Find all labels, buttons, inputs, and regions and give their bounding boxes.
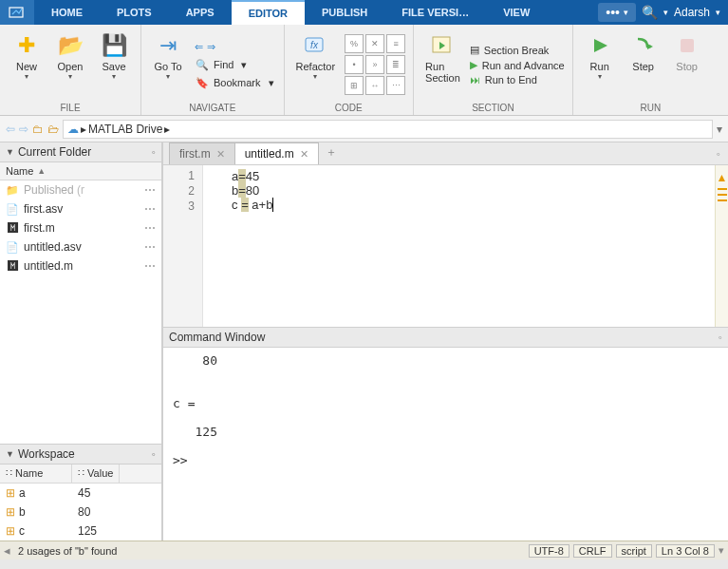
ribbon-group-code: fx Refactor▾ %✕≡ •»≣ ⊞↔⋯ CODE: [285, 25, 415, 115]
workspace-variables: ⊞a45⊞b80⊞c125: [0, 484, 161, 541]
file-menu-icon[interactable]: ⋯: [144, 202, 156, 216]
file-menu-icon[interactable]: ⋯: [144, 259, 156, 273]
ribbon-group-navigate: ⇥ Go To▾ ⇐⇒ 🔍Find▾ 🔖Bookmark▾ NAVIGATE: [141, 25, 285, 115]
mfile-icon: 🅼: [6, 259, 19, 273]
editor-tab-first[interactable]: first.m✕: [169, 142, 235, 164]
variable-name: a: [19, 486, 26, 500]
command-window[interactable]: 80 c = 125 >>: [163, 348, 728, 541]
current-folder-header[interactable]: ▼ Current Folder ◦: [0, 142, 161, 162]
ribbon-toolbar: ✚ New▾ 📂 Open▾ 💾 Save▾ FILE ⇥ Go To▾ ⇐⇒ …: [0, 25, 728, 116]
path-dropdown[interactable]: ▾: [717, 123, 722, 136]
folder-name-header[interactable]: Name▲: [0, 162, 161, 180]
workspace-row[interactable]: ⊞b80: [0, 503, 161, 522]
group-label-run: RUN: [581, 101, 720, 115]
scroll-left-icon[interactable]: ◂: [4, 543, 10, 558]
svg-rect-0: [9, 8, 23, 17]
run-to-end-button[interactable]: ⏭Run to End: [470, 74, 565, 85]
nav-arrows[interactable]: ⇐⇒: [193, 40, 276, 54]
status-cursor-pos[interactable]: Ln 3 Col 8: [656, 544, 715, 558]
file-name: first.asv: [24, 202, 140, 216]
bookmark-button[interactable]: 🔖Bookmark▾: [193, 76, 276, 90]
refactor-button[interactable]: fx Refactor▾: [292, 28, 340, 101]
workspace-title: Workspace: [18, 447, 75, 461]
user-name[interactable]: Adarsh: [674, 6, 710, 19]
stop-button[interactable]: Stop: [668, 28, 706, 101]
step-button[interactable]: Step: [625, 28, 663, 101]
file-menu-icon[interactable]: ⋯: [144, 221, 156, 235]
new-tab-button[interactable]: ＋: [318, 141, 345, 164]
folder-icon[interactable]: 🗁: [47, 123, 59, 136]
close-icon[interactable]: ✕: [300, 148, 308, 161]
editor-tab-untitled[interactable]: untitled.m✕: [234, 142, 319, 164]
topbar-right: •••▾ 🔍▾ Adarsh▾: [598, 0, 728, 25]
close-icon[interactable]: ✕: [216, 148, 225, 161]
file-name: untitled.asv: [24, 240, 140, 254]
search-icon[interactable]: 🔍: [642, 5, 658, 20]
file-menu-icon[interactable]: ⋯: [144, 183, 156, 197]
code-body[interactable]: a=45b=80c = a+b: [203, 165, 715, 327]
warning-marker: [718, 188, 727, 190]
overflow-button[interactable]: •••▾: [598, 3, 636, 22]
tab-fileversions[interactable]: FILE VERSI…: [384, 0, 486, 25]
tab-publish[interactable]: PUBLISH: [305, 0, 384, 25]
ribbon-group-section: Run Section ▤Section Break ▶Run and Adva…: [414, 25, 573, 115]
nav-back-icon[interactable]: ⇦: [6, 123, 15, 136]
file-list: 📁Published (r⋯📄first.asv⋯🅼first.m⋯📄untit…: [0, 180, 161, 444]
svg-rect-7: [681, 39, 694, 52]
goto-button[interactable]: ⇥ Go To▾: [149, 28, 187, 101]
scroll-right-icon[interactable]: ▾: [719, 544, 724, 557]
file-row[interactable]: 📄first.asv⋯: [0, 199, 161, 218]
matlab-logo: [0, 0, 34, 25]
message-strip[interactable]: ▲: [715, 165, 728, 327]
step-icon: [630, 32, 657, 59]
open-button[interactable]: 📂 Open▾: [51, 28, 89, 101]
file-row[interactable]: 🅼first.m⋯: [0, 218, 161, 237]
path-field[interactable]: ☁ ▸ MATLAB Drive ▸: [63, 120, 713, 139]
panel-actions-icon[interactable]: ◦: [719, 331, 722, 344]
nav-fwd-icon[interactable]: ⇨: [19, 123, 28, 136]
run-section-icon: [429, 32, 456, 59]
run-button[interactable]: Run▾: [581, 28, 619, 101]
group-label-code: CODE: [292, 101, 406, 115]
status-filetype[interactable]: script: [616, 544, 652, 558]
panel-actions-icon[interactable]: ◦: [152, 145, 156, 159]
svg-marker-5: [594, 39, 607, 52]
run-section-button[interactable]: Run Section: [421, 28, 464, 101]
tab-home[interactable]: HOME: [34, 0, 100, 25]
tab-view[interactable]: VIEW: [486, 0, 547, 25]
run-advance-icon: ▶: [470, 59, 477, 71]
new-button[interactable]: ✚ New▾: [8, 28, 46, 101]
folder-up-icon[interactable]: 🗀: [32, 123, 44, 136]
save-button[interactable]: 💾 Save▾: [95, 28, 133, 101]
file-name: Published (r: [24, 183, 140, 197]
file-row[interactable]: 🅼untitled.m⋯: [0, 256, 161, 275]
code-tools-grid[interactable]: %✕≡ •»≣ ⊞↔⋯: [345, 28, 405, 101]
command-window-header[interactable]: Command Window◦: [163, 327, 728, 348]
file-row[interactable]: 📁Published (r⋯: [0, 180, 161, 199]
find-button[interactable]: 🔍Find▾: [193, 58, 276, 72]
workspace-header[interactable]: ▼ Workspace ◦: [0, 444, 161, 465]
status-eol[interactable]: CRLF: [573, 544, 612, 558]
tab-editor[interactable]: EDITOR: [232, 0, 305, 25]
file-menu-icon[interactable]: ⋯: [144, 240, 156, 254]
tab-apps[interactable]: APPS: [169, 0, 232, 25]
workspace-row[interactable]: ⊞c125: [0, 522, 161, 541]
run-advance-button[interactable]: ▶Run and Advance: [470, 59, 565, 71]
editor-panel-close-icon[interactable]: ◦: [709, 143, 728, 164]
ws-col-name[interactable]: ∷ Name: [0, 465, 72, 483]
file-row[interactable]: 📄untitled.asv⋯: [0, 237, 161, 256]
section-break-button[interactable]: ▤Section Break: [470, 44, 565, 56]
workspace-row[interactable]: ⊞a45: [0, 484, 161, 503]
search-icon: 🔍: [195, 59, 210, 71]
refactor-icon: fx: [302, 32, 328, 59]
ws-col-value[interactable]: ∷ Value: [72, 465, 120, 483]
panel-actions-icon[interactable]: ◦: [152, 447, 156, 461]
variable-name: b: [19, 505, 26, 519]
status-encoding[interactable]: UTF-8: [529, 544, 569, 558]
code-editor[interactable]: 123 a=45b=80c = a+b ▲: [163, 165, 728, 327]
play-icon: [587, 32, 613, 59]
tab-plots[interactable]: PLOTS: [100, 0, 169, 25]
group-label-section: SECTION: [421, 101, 565, 115]
status-bar: ◂ 2 usages of "b" found UTF-8 CRLF scrip…: [0, 541, 728, 560]
variable-icon: ⊞: [6, 486, 15, 500]
